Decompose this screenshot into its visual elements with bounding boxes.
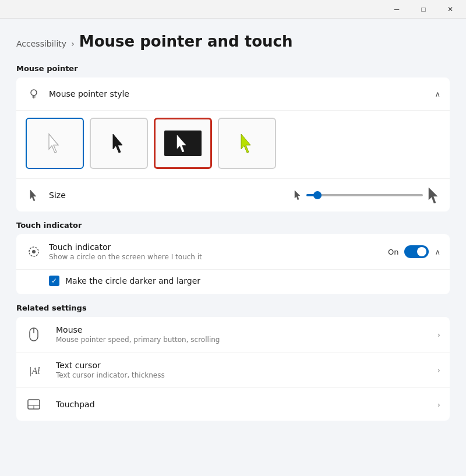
text-cursor-row-text: Text cursor Text cursor indicator, thick… <box>56 361 437 379</box>
svg-point-11 <box>32 250 36 253</box>
mouse-row-title: Mouse <box>56 325 437 334</box>
size-cursor-icon <box>26 187 42 203</box>
mouse-icon <box>26 326 42 343</box>
darker-larger-checkbox[interactable]: ✓ <box>49 276 59 286</box>
inverted-box <box>164 131 202 156</box>
svg-marker-4 <box>113 134 122 153</box>
touch-indicator-controls: On ∧ <box>388 245 440 258</box>
touch-indicator-card: Touch indicator Show a circle on the scr… <box>16 234 450 294</box>
pointer-option-white[interactable] <box>26 118 84 169</box>
mouse-row-chevron: › <box>437 330 440 339</box>
mouse-pointer-section-label: Mouse pointer <box>16 64 450 73</box>
size-row: Size <box>16 179 450 211</box>
touch-indicator-toggle[interactable] <box>404 245 429 258</box>
mouse-row-subtitle: Mouse pointer speed, primary button, scr… <box>56 336 437 344</box>
maximize-button[interactable]: □ <box>410 0 437 19</box>
svg-marker-7 <box>30 190 36 201</box>
touch-indicator-subtitle: Show a circle on the screen where I touc… <box>49 253 388 261</box>
mouse-pointer-style-row[interactable]: Mouse pointer style ∧ <box>16 77 450 111</box>
touch-indicator-title: Touch indicator <box>49 242 388 252</box>
cursor-large-icon <box>428 187 440 203</box>
mouse-row-text: Mouse Mouse pointer speed, primary butto… <box>56 325 437 344</box>
cursor-white-svg <box>47 133 63 154</box>
pointer-option-black[interactable] <box>90 118 148 169</box>
cursor-inverted-svg <box>176 135 190 152</box>
title-bar: ─ □ ✕ <box>0 0 466 19</box>
toggle-on-label: On <box>388 248 398 256</box>
size-label: Size <box>49 191 66 200</box>
touch-indicator-chevron[interactable]: ∧ <box>435 248 440 256</box>
svg-text:|Ab: |Ab <box>29 366 40 376</box>
checkbox-check-icon: ✓ <box>51 277 57 285</box>
touchpad-row-title: Touchpad <box>56 400 437 409</box>
touch-indicator-row[interactable]: Touch indicator Show a circle on the scr… <box>16 234 450 270</box>
text-cursor-row-subtitle: Text cursor indicator, thickness <box>56 371 437 379</box>
text-cursor-row-title: Text cursor <box>56 361 437 370</box>
svg-marker-9 <box>429 188 437 203</box>
touch-indicator-icon <box>26 244 42 260</box>
breadcrumb-accessibility[interactable]: Accessibility <box>16 39 66 48</box>
related-mouse-row[interactable]: Mouse Mouse pointer speed, primary butto… <box>16 317 450 352</box>
touchpad-row-chevron: › <box>437 400 440 409</box>
mouse-pointer-card: Mouse pointer style ∧ <box>16 77 450 211</box>
touch-indicator-section-label: Touch indicator <box>16 221 450 230</box>
svg-marker-8 <box>295 191 300 200</box>
cursor-color-svg <box>239 133 255 154</box>
related-settings-card: Mouse Mouse pointer speed, primary butto… <box>16 317 450 421</box>
mouse-pointer-style-chevron[interactable]: ∧ <box>435 90 440 98</box>
mouse-pointer-style-right: ∧ <box>435 90 440 98</box>
breadcrumb: Accessibility › Mouse pointer and touch <box>16 33 450 50</box>
touch-indicator-text: Touch indicator Show a circle on the scr… <box>49 242 388 261</box>
related-text-cursor-row[interactable]: |Ab Text cursor Text cursor indicator, t… <box>16 352 450 388</box>
svg-point-0 <box>31 90 37 96</box>
checkbox-row: ✓ Make the circle darker and larger <box>16 270 450 294</box>
size-controls <box>294 187 440 203</box>
touchpad-icon <box>26 396 42 412</box>
pointer-option-color[interactable] <box>218 118 276 169</box>
pointer-styles-grid <box>16 111 450 178</box>
mouse-pointer-style-label: Mouse pointer style <box>49 89 129 98</box>
touchpad-row-text: Touchpad <box>56 400 437 409</box>
cursor-black-svg <box>111 133 127 154</box>
breadcrumb-separator: › <box>71 39 75 48</box>
toggle-thumb <box>417 247 426 256</box>
page-title: Mouse pointer and touch <box>79 33 293 50</box>
minimize-button[interactable]: ─ <box>383 0 410 19</box>
mouse-pointer-icon <box>26 86 42 102</box>
text-cursor-row-chevron: › <box>437 366 440 375</box>
svg-marker-3 <box>49 134 58 153</box>
related-settings-label: Related settings <box>16 304 450 312</box>
cursor-small-icon <box>294 190 302 200</box>
main-content: Accessibility › Mouse pointer and touch … <box>0 19 466 476</box>
svg-marker-6 <box>241 134 250 153</box>
close-button[interactable]: ✕ <box>437 0 464 19</box>
slider-thumb[interactable] <box>313 191 322 199</box>
size-slider[interactable] <box>306 194 423 196</box>
pointer-option-inverted[interactable] <box>154 118 212 169</box>
text-cursor-icon: |Ab <box>26 362 42 378</box>
svg-marker-5 <box>177 135 186 152</box>
checkbox-label: Make the circle darker and larger <box>65 276 200 285</box>
related-touchpad-row[interactable]: Touchpad › <box>16 388 450 421</box>
